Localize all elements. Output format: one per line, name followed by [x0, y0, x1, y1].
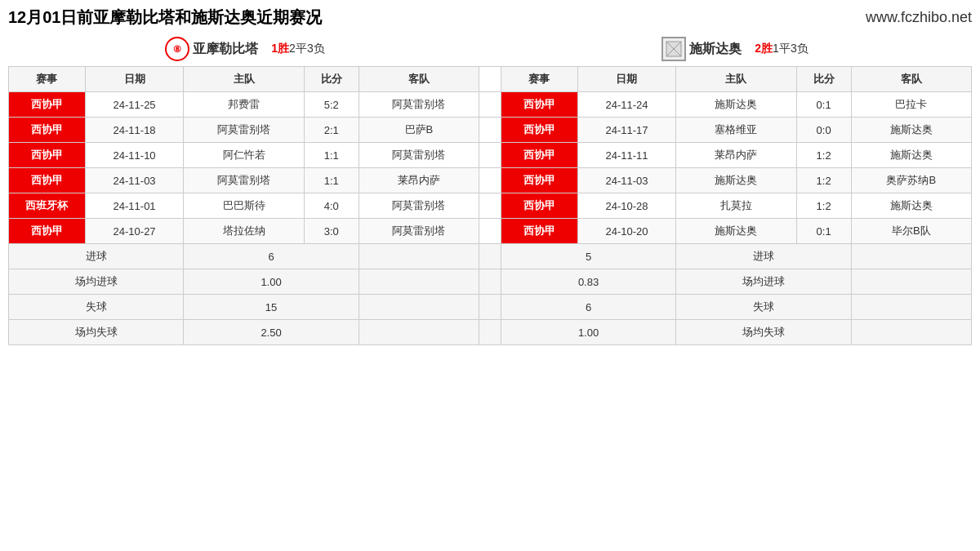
right-team-header: 施斯达奥 2胜1平3负: [498, 37, 972, 61]
left-match-type: 西协甲: [9, 118, 86, 143]
left-match-type: 西协甲: [9, 92, 86, 118]
left-col-date: 日期: [85, 67, 184, 92]
right-match-score: 1:2: [796, 143, 851, 168]
left-match-away: 莱昂内萨: [359, 168, 479, 193]
left-col-score: 比分: [304, 67, 359, 92]
stats-lost-row: 失球 15 6 失球: [9, 295, 972, 320]
right-match-type: 西协甲: [501, 143, 577, 168]
sep: [479, 118, 501, 143]
left-match-away: 巴萨B: [359, 118, 479, 143]
sep: [479, 92, 501, 118]
right-match-home: 莱昂内萨: [676, 143, 796, 168]
right-avg-lost-value: 1.00: [501, 320, 675, 345]
stats-avg-goals-row: 场均进球 1.00 0.83 场均进球: [9, 269, 972, 295]
left-match-home: 邦费雷: [184, 92, 304, 118]
right-match-date: 24-11-17: [577, 118, 676, 143]
right-match-home: 施斯达奥: [676, 92, 796, 118]
page-title: 12月01日前亚摩勒比塔和施斯达奥近期赛况: [8, 7, 323, 29]
right-avg-goals-value: 0.83: [501, 269, 675, 295]
left-team-logo: ⑧: [165, 37, 189, 61]
right-match-score: 1:2: [796, 193, 851, 219]
right-col-home: 主队: [676, 67, 796, 92]
right-draw: 1平: [773, 42, 791, 55]
table-row: 西协甲 24-11-03 阿莫雷别塔 1:1 莱昂内萨 西协甲 24-11-03…: [9, 168, 972, 193]
right-match-home: 施斯达奥: [676, 168, 796, 193]
right-goals-value: 5: [501, 244, 675, 269]
right-col-score: 比分: [796, 67, 851, 92]
right-lose: 3负: [791, 42, 808, 55]
right-match-type: 西协甲: [501, 193, 577, 219]
left-match-type: 西班牙杯: [9, 193, 86, 219]
left-match-score: 4:0: [304, 193, 359, 219]
right-match-score: 0:1: [796, 92, 851, 118]
table-row: 西班牙杯 24-11-01 巴巴斯待 4:0 阿莫雷别塔 西协甲 24-10-2…: [9, 193, 972, 219]
left-match-date: 24-11-18: [85, 118, 184, 143]
stats-goals-row: 进球 6 5 进球: [9, 244, 972, 269]
right-lost-value: 6: [501, 295, 675, 320]
sep: [479, 143, 501, 168]
right-match-away: 巴拉卡: [851, 92, 971, 118]
team-header-row: ⑧ 亚摩勒比塔 1胜2平3负 施斯达奥 2胜1平3负: [8, 37, 972, 61]
right-match-date: 24-10-28: [577, 193, 676, 219]
right-match-away: 奥萨苏纳B: [851, 168, 971, 193]
left-match-date: 24-11-03: [85, 168, 184, 193]
right-col-match: 赛事: [501, 67, 577, 92]
left-match-score: 2:1: [304, 118, 359, 143]
left-match-away: 阿莫雷别塔: [359, 92, 479, 118]
left-avg-goals-label: 场均进球: [9, 269, 184, 295]
right-match-score: 0:1: [796, 219, 851, 244]
left-lose: 3负: [307, 42, 325, 55]
table-row: 西协甲 24-11-18 阿莫雷别塔 2:1 巴萨B 西协甲 24-11-17 …: [9, 118, 972, 143]
sep: [479, 193, 501, 219]
left-match-home: 巴巴斯待: [184, 193, 304, 219]
table-row: 西协甲 24-11-25 邦费雷 5:2 阿莫雷别塔 西协甲 24-11-24 …: [9, 92, 972, 118]
right-match-date: 24-11-24: [577, 92, 676, 118]
title-bar: 12月01日前亚摩勒比塔和施斯达奥近期赛况 www.fczhibo.net: [8, 7, 972, 29]
right-match-type: 西协甲: [501, 219, 577, 244]
left-col-match: 赛事: [9, 67, 86, 92]
left-avg-lost-label: 场均失球: [9, 320, 184, 345]
table-header-row: 赛事 日期 主队 比分 客队 赛事 日期 主队 比分 客队: [9, 67, 972, 92]
left-draw: 2平: [289, 42, 307, 55]
right-avg-goals-label: 场均进球: [676, 269, 851, 295]
left-match-score: 5:2: [304, 92, 359, 118]
right-match-score: 1:2: [796, 168, 851, 193]
right-team-name: 施斯达奥: [689, 41, 742, 58]
right-match-home: 塞格维亚: [676, 118, 796, 143]
right-team-record: 2胜1平3负: [755, 42, 808, 56]
left-match-date: 24-11-25: [85, 92, 184, 118]
right-match-away: 施斯达奥: [851, 118, 971, 143]
left-avg-goals-value: 1.00: [184, 269, 359, 295]
right-match-home: 施斯达奥: [676, 219, 796, 244]
right-goals-label: 进球: [676, 244, 851, 269]
left-team-header: ⑧ 亚摩勒比塔 1胜2平3负: [8, 37, 482, 61]
left-goals-value: 6: [184, 244, 359, 269]
left-avg-lost-value: 2.50: [184, 320, 359, 345]
left-match-type: 西协甲: [9, 219, 86, 244]
left-col-home: 主队: [184, 67, 304, 92]
website-url: www.fczhibo.net: [866, 9, 972, 26]
left-match-away: 阿莫雷别塔: [359, 193, 479, 219]
page-wrapper: 12月01日前亚摩勒比塔和施斯达奥近期赛况 www.fczhibo.net ⑧ …: [0, 0, 980, 352]
left-match-away: 阿莫雷别塔: [359, 143, 479, 168]
left-win: 1胜: [271, 42, 289, 55]
sep-col: [479, 67, 501, 92]
sep: [479, 219, 501, 244]
left-match-home: 阿莫雷别塔: [184, 168, 304, 193]
left-team-name: 亚摩勒比塔: [193, 41, 258, 58]
right-avg-lost-label: 场均失球: [676, 320, 851, 345]
right-match-date: 24-11-03: [577, 168, 676, 193]
left-lost-label: 失球: [9, 295, 184, 320]
right-win: 2胜: [755, 42, 773, 55]
left-team-record: 1胜2平3负: [271, 42, 324, 56]
right-match-away: 毕尔B队: [851, 219, 971, 244]
left-match-home: 阿莫雷别塔: [184, 118, 304, 143]
right-col-date: 日期: [577, 67, 676, 92]
right-match-type: 西协甲: [501, 118, 577, 143]
left-match-home: 塔拉佐纳: [184, 219, 304, 244]
left-match-type: 西协甲: [9, 143, 86, 168]
left-match-score: 1:1: [304, 168, 359, 193]
right-match-type: 西协甲: [501, 168, 577, 193]
right-match-date: 24-10-20: [577, 219, 676, 244]
right-match-score: 0:0: [796, 118, 851, 143]
